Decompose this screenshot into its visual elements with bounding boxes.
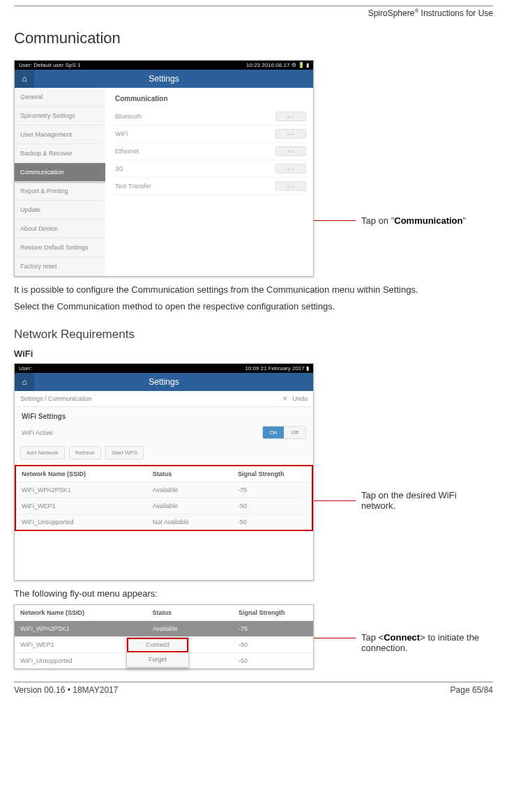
page-title: Communication [14,29,493,47]
settings-sidebar: General Spirometry Settings User Managem… [15,88,105,276]
wifi-row[interactable]: WiFi_Unsupported Not Available -50 [16,514,312,530]
row-label: Test Transfer [115,183,151,190]
undo-button[interactable]: Undo [292,395,308,402]
wifi-network-table: Network Name (SSID) Status Signal Streng… [15,465,313,531]
sidebar-item-communication[interactable]: Communication [15,163,105,182]
sidebar-item-general[interactable]: General [15,88,105,107]
doc-header: SpiroSphere® Instructions for Use [14,8,493,18]
main-heading: Communication [115,92,306,108]
footer-version: Version 00.16 • 18MAY2017 [14,685,118,695]
subsection-title: Network Requirements [14,328,493,342]
toggle-on: On [263,427,285,438]
breadcrumb[interactable]: Settings / Communication [20,395,92,402]
refresh-button[interactable]: Refresh [69,446,101,459]
wifi-screenshot: User: 10:09 21 February 2017 ▮ ⌂ Setting… [14,363,314,581]
sidebar-item-backup[interactable]: Backup & Recover [15,144,105,163]
wifi-row[interactable]: WiFi_WEP1 -50 Connect Forget [15,637,313,653]
blank-area [15,531,313,580]
annotation-connect: Tap <Connect> to initiate the connection… [356,632,488,653]
table-head-status: Status [153,609,239,616]
annotation-leader [314,638,356,638]
start-wps-button[interactable]: Start WPS [105,446,144,459]
header-suffix: Instructions for Use [418,8,493,18]
product-name: SpiroSphere [368,8,415,18]
sidebar-item-report[interactable]: Report & Printing [15,182,105,201]
sidebar-item-user-management[interactable]: User Management [15,125,105,144]
home-icon[interactable]: ⌂ [15,70,34,88]
sidebar-item-factory-reset[interactable]: Factory reset [15,257,105,276]
row-wifi[interactable]: WiFi >> [115,125,306,143]
row-label: WiFi [115,130,128,137]
chevron-right-icon: >> [275,112,306,121]
table-head-signal: Signal Strength [239,609,308,616]
wifi-row[interactable]: WiFi_WEP1 Available -50 [16,498,312,514]
chevron-right-icon: >> [275,129,306,139]
statusbar-time: 10:09 21 February 2017 ▮ [245,365,309,371]
annotation-communication: Tap on "Communication" [356,215,466,226]
row-label: Ethernet [115,148,139,155]
paragraph-1: It is possible to configure the Communic… [14,284,493,296]
wifi-settings-heading: WiFi Settings [15,407,313,423]
paragraph-2: Select the Communication method to open … [14,300,493,313]
row-3g[interactable]: 3G >> [115,160,306,178]
screen-title: Settings [15,377,313,387]
doc-footer: Version 00.16 • 18MAY2017 Page 65/84 [14,682,493,695]
chevron-right-icon: >> [275,146,306,156]
connect-button[interactable]: Connect [127,638,188,652]
table-head-status: Status [153,470,238,477]
home-icon[interactable]: ⌂ [15,373,34,391]
close-icon[interactable]: ✕ [282,395,288,402]
sidebar-item-about[interactable]: About Device [15,220,105,238]
statusbar-user: User: [19,365,32,371]
statusbar-time: 10:23 2016.08.17 ⚙ 🔋 ▮ [246,62,309,68]
annotation-wifi-network: Tap on the desired WiFi network. [356,490,493,511]
chevron-right-icon: >> [275,164,306,174]
add-network-button[interactable]: Add Network [20,446,65,459]
row-bluetooth[interactable]: Bluetooth >> [115,108,306,125]
settings-screenshot: User: Default user SpS 1 10:23 2016.08.1… [14,60,314,277]
screen-title: Settings [15,74,313,84]
row-ethernet[interactable]: Ethernet >> [115,143,306,160]
annotation-leader [314,500,356,501]
annotation-leader [314,220,356,221]
forget-button[interactable]: Forget [127,652,188,667]
row-label: 3G [115,165,123,172]
wifi-toggle[interactable]: On Off [262,426,306,439]
paragraph-3: The following fly-out menu appears: [14,588,493,600]
row-test-transfer[interactable]: Test Transfer >> [115,178,306,195]
wifi-active-label: WiFi Active [22,429,53,436]
table-head-ssid: Network Name (SSID) [20,609,153,616]
wifi-row[interactable]: WiFi_WPA2PSK1 Available -75 [16,482,312,498]
statusbar-user: User: Default user SpS 1 [19,62,80,68]
sidebar-item-update[interactable]: Update [15,201,105,220]
flyout-menu: Connect Forget [126,637,189,668]
sidebar-item-restore[interactable]: Restore Default Settings [15,238,105,257]
footer-page: Page 65/84 [451,685,493,695]
wifi-row-selected[interactable]: WiFi_WPA2PSK1 Available -75 [15,621,313,637]
table-head-ssid: Network Name (SSID) [22,470,153,477]
toggle-off: Off [284,427,305,438]
flyout-screenshot: Network Name (SSID) Status Signal Streng… [14,604,314,669]
wifi-title: WiFi [14,348,493,359]
chevron-right-icon: >> [275,181,306,191]
table-head-signal: Signal Strength [238,470,306,477]
row-label: Bluetooth [115,113,142,120]
sidebar-item-spirometry[interactable]: Spirometry Settings [15,107,105,125]
